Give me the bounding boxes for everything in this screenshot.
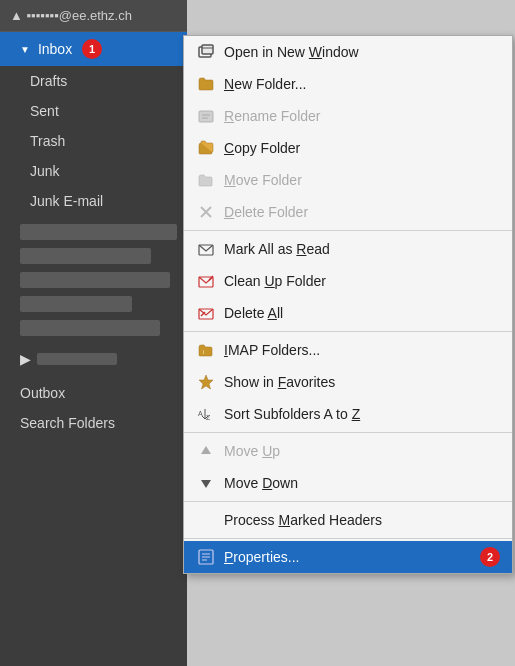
- sidebar-item-label: Junk E-mail: [30, 193, 103, 209]
- account-header: ▲ ▪▪▪▪▪▪▪@ee.ethz.ch: [0, 0, 187, 32]
- svg-marker-18: [201, 446, 211, 454]
- sidebar-item-trash[interactable]: Trash: [0, 126, 187, 156]
- properties-icon: [196, 547, 216, 567]
- menu-label: Process Marked Headers: [224, 512, 500, 528]
- menu-label: Open in New Window: [224, 44, 500, 60]
- clean-up-icon: [196, 271, 216, 291]
- sidebar-item-label: Sent: [30, 103, 59, 119]
- imap-icon: i: [196, 340, 216, 360]
- copy-folder-icon: [196, 138, 216, 158]
- context-menu: Open in New Window New Folder... Rename …: [183, 35, 513, 574]
- menu-label: Show in Favorites: [224, 374, 500, 390]
- menu-label: IMAP Folders...: [224, 342, 500, 358]
- menu-item-show-favorites[interactable]: Show in Favorites: [184, 366, 512, 398]
- sidebar-item-label: Inbox: [38, 41, 72, 57]
- rename-folder-icon: [196, 106, 216, 126]
- menu-item-delete-folder: Delete Folder: [184, 196, 512, 228]
- menu-item-clean-up-folder[interactable]: Clean Up Folder: [184, 265, 512, 297]
- sidebar-item-drafts[interactable]: Drafts: [0, 66, 187, 96]
- menu-label: Delete All: [224, 305, 500, 321]
- menu-item-mark-all-read[interactable]: Mark All as Read: [184, 233, 512, 265]
- favorites-icon: [196, 372, 216, 392]
- menu-item-move-down[interactable]: Move Down: [184, 467, 512, 499]
- svg-rect-3: [199, 111, 213, 122]
- inbox-badge: 1: [82, 39, 102, 59]
- sidebar-item-blurred-3: [20, 272, 170, 288]
- inbox-arrow-icon: ▼: [20, 44, 30, 55]
- sidebar-item-label: Search Folders: [20, 415, 115, 431]
- open-window-icon: [196, 42, 216, 62]
- menu-item-move-folder: Move Folder: [184, 164, 512, 196]
- menu-item-move-up: Move Up: [184, 435, 512, 467]
- separator-1: [184, 230, 512, 231]
- sidebar-item-blurred-5: [20, 320, 160, 336]
- sidebar-item-junk[interactable]: Junk: [0, 156, 187, 186]
- menu-item-copy-folder[interactable]: Copy Folder: [184, 132, 512, 164]
- menu-item-imap-folders[interactable]: i IMAP Folders...: [184, 334, 512, 366]
- sidebar-item-blurred-2: [20, 248, 151, 264]
- menu-label: Rename Folder: [224, 108, 500, 124]
- menu-label: Mark All as Read: [224, 241, 500, 257]
- sidebar-item-label: Outbox: [20, 385, 65, 401]
- account-email: ▪▪▪▪▪▪▪@ee.ethz.ch: [26, 8, 131, 23]
- menu-label: Move Up: [224, 443, 500, 459]
- app-window: ▲ ▪▪▪▪▪▪▪@ee.ethz.ch ▼ Inbox 1 Drafts Se…: [0, 0, 515, 666]
- sidebar-item-blurred-4: [20, 296, 132, 312]
- delete-all-icon: [196, 303, 216, 323]
- svg-marker-19: [201, 480, 211, 488]
- menu-label: Clean Up Folder: [224, 273, 500, 289]
- menu-item-sort-subfolders[interactable]: A Z Sort Subfolders A to Z: [184, 398, 512, 430]
- separator-4: [184, 501, 512, 502]
- sort-icon: A Z: [196, 404, 216, 424]
- new-folder-icon: [196, 74, 216, 94]
- sidebar-item-junk-email[interactable]: Junk E-mail: [0, 186, 187, 216]
- sidebar-item-label: Junk: [30, 163, 60, 179]
- menu-label: Move Folder: [224, 172, 500, 188]
- menu-item-rename-folder: Rename Folder: [184, 100, 512, 132]
- expand-arrow-icon: ▶: [20, 351, 31, 367]
- move-up-icon: [196, 441, 216, 461]
- sidebar-item-inbox[interactable]: ▼ Inbox 1: [0, 32, 187, 66]
- separator-5: [184, 538, 512, 539]
- sidebar-item-outbox[interactable]: Outbox: [0, 378, 187, 408]
- menu-label: New Folder...: [224, 76, 500, 92]
- menu-label: Properties...: [224, 549, 466, 565]
- move-down-icon: [196, 473, 216, 493]
- menu-label: Copy Folder: [224, 140, 500, 156]
- properties-badge: 2: [480, 547, 500, 567]
- process-marked-icon: [196, 510, 216, 530]
- sidebar-item-blurred-label: [37, 353, 117, 365]
- sidebar-item-blurred-expand[interactable]: ▶: [0, 344, 187, 374]
- separator-2: [184, 331, 512, 332]
- menu-item-new-folder[interactable]: New Folder...: [184, 68, 512, 100]
- menu-item-open-new-window[interactable]: Open in New Window: [184, 36, 512, 68]
- sidebar-item-blurred-1: [20, 224, 177, 240]
- svg-rect-1: [202, 45, 213, 54]
- menu-item-process-marked[interactable]: Process Marked Headers: [184, 504, 512, 536]
- mark-read-icon: [196, 239, 216, 259]
- delete-folder-icon: [196, 202, 216, 222]
- menu-label: Sort Subfolders A to Z: [224, 406, 500, 422]
- menu-label: Delete Folder: [224, 204, 500, 220]
- menu-label: Move Down: [224, 475, 500, 491]
- svg-marker-14: [199, 375, 213, 389]
- sidebar: ▲ ▪▪▪▪▪▪▪@ee.ethz.ch ▼ Inbox 1 Drafts Se…: [0, 0, 187, 666]
- svg-text:i: i: [203, 349, 204, 355]
- sidebar-item-label: Drafts: [30, 73, 67, 89]
- sidebar-item-search-folders[interactable]: Search Folders: [0, 408, 187, 438]
- sidebar-item-sent[interactable]: Sent: [0, 96, 187, 126]
- separator-3: [184, 432, 512, 433]
- menu-item-properties[interactable]: Properties... 2: [184, 541, 512, 573]
- sidebar-item-label: Trash: [30, 133, 65, 149]
- menu-item-delete-all[interactable]: Delete All: [184, 297, 512, 329]
- move-folder-icon: [196, 170, 216, 190]
